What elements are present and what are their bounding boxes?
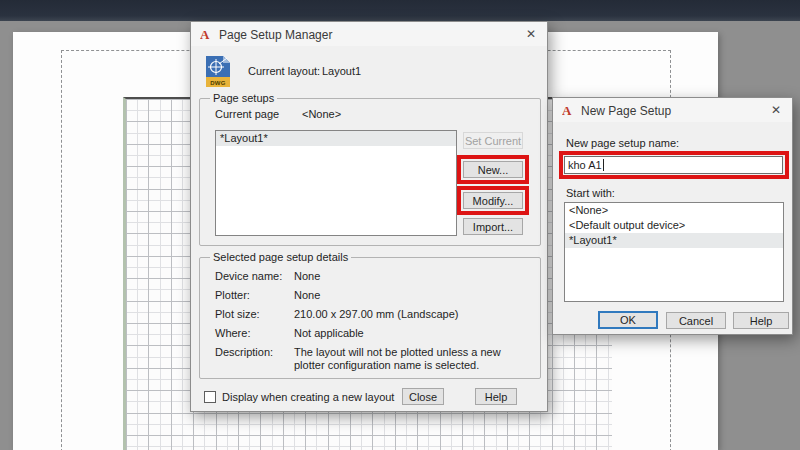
autocad-workspace: A Page Setup Manager ✕ DWG Current layou… [0,0,800,450]
close-button[interactable]: Close [402,388,444,405]
detail-row-plot-size: Plot size: 210.00 x 297.00 mm (Landscape… [215,308,540,321]
dialog-title-bar[interactable]: A Page Setup Manager ✕ [191,22,547,46]
detail-value: Not applicable [294,327,532,340]
detail-value: 210.00 x 297.00 mm (Landscape) [294,308,532,321]
modify-button[interactable]: Modify... [463,192,523,209]
detail-label: Device name: [215,270,294,283]
input-text: kho A1 [568,159,602,171]
import-button[interactable]: Import... [463,218,523,235]
cancel-button[interactable]: Cancel [666,312,726,329]
new-page-setup-name-label: New page setup name: [566,136,679,150]
help-button[interactable]: Help [733,312,789,329]
detail-value: None [294,270,532,283]
new-button[interactable]: New... [463,161,523,178]
list-item-layout1[interactable]: *Layout1* [565,233,783,248]
page-setups-group-label: Page setups [210,92,277,105]
detail-label: Description: [215,346,294,372]
dwg-icon-label: DWG [206,80,230,86]
dialog-title: Page Setup Manager [219,28,332,42]
detail-row-where: Where: Not applicable [215,327,540,340]
list-item-layout1[interactable]: *Layout1* [216,131,456,146]
close-icon[interactable]: ✕ [526,27,536,41]
detail-label: Plot size: [215,308,294,321]
display-when-creating-checkbox[interactable] [204,391,216,403]
display-when-creating-label: Display when creating a new layout [222,390,394,404]
dwg-file-icon: DWG [206,56,230,87]
ok-button[interactable]: OK [598,311,658,329]
help-button[interactable]: Help [475,388,517,405]
start-with-list[interactable]: <None> <Default output device> *Layout1* [564,202,784,302]
app-top-bar [0,0,800,21]
new-page-setup-dialog: A New Page Setup ✕ New page setup name: … [552,97,793,335]
detail-value: None [294,289,532,302]
detail-label: Where: [215,327,294,340]
current-layout-label: Current layout: [248,64,320,78]
autocad-logo-icon: A [200,27,209,42]
set-current-button: Set Current [463,132,523,149]
details-group-label: Selected page setup details [210,251,351,264]
list-item-none[interactable]: <None> [565,203,783,218]
detail-row-description: Description: The layout will not be plot… [215,346,540,372]
current-layout-value: Layout1 [322,64,361,78]
autocad-logo-icon: A [562,103,571,118]
text-caret [603,159,604,171]
selected-page-setup-details-group: Selected page setup details Device name:… [199,257,541,379]
current-page-label: Current page [215,107,279,121]
detail-label: Plotter: [215,289,294,302]
dialog-title: New Page Setup [581,104,671,118]
page-setup-manager-dialog: A Page Setup Manager ✕ DWG Current layou… [190,21,548,412]
list-item-default-output-device[interactable]: <Default output device> [565,218,783,233]
detail-row-device-name: Device name: None [215,270,540,283]
start-with-label: Start with: [566,186,615,200]
close-icon[interactable]: ✕ [771,103,781,117]
new-page-setup-name-input[interactable]: kho A1 [564,156,783,174]
detail-value: The layout will not be plotted unless a … [294,346,532,372]
detail-row-plotter: Plotter: None [215,289,540,302]
dialog-title-bar[interactable]: A New Page Setup ✕ [553,98,792,122]
current-page-value: <None> [302,107,341,121]
page-setups-list[interactable]: *Layout1* [215,130,457,236]
